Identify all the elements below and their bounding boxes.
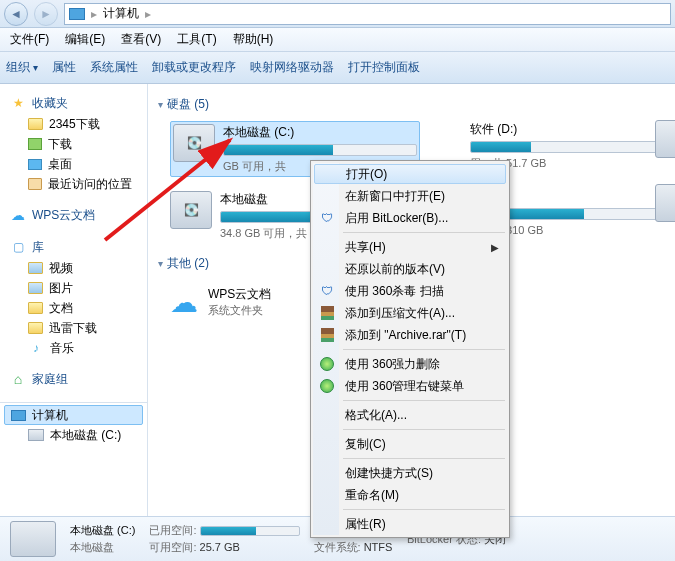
context-menu-item[interactable]: 在新窗口中打开(E) [313, 185, 507, 207]
sidebar: ★收藏夹 2345下载 下载 桌面 最近访问的位置 ☁WPS云文档 ▢库 视频 … [0, 84, 148, 516]
status-drive-icon [10, 521, 56, 557]
context-menu-item[interactable]: 添加到压缩文件(A)... [313, 302, 507, 324]
menu-item[interactable]: 工具(T) [173, 29, 220, 50]
context-menu-item[interactable]: 使用 360管理右键菜单 [313, 375, 507, 397]
sidebar-item-drive-c[interactable]: 本地磁盘 (C:) [0, 425, 147, 445]
toolbar-item[interactable]: 映射网络驱动器 [250, 59, 334, 76]
drive-partial-icon [655, 120, 675, 158]
sidebar-item-recent[interactable]: 最近访问的位置 [0, 174, 147, 194]
back-button[interactable]: ◄ [4, 2, 28, 26]
sidebar-item-desktop[interactable]: 桌面 [0, 154, 147, 174]
category-harddisks[interactable]: 硬盘 (5) [158, 96, 665, 113]
sidebar-item-pictures[interactable]: 图片 [0, 278, 147, 298]
context-menu-item[interactable]: 复制(C) [313, 433, 507, 455]
drive-icon: 💽 [170, 191, 212, 229]
forward-button[interactable]: ► [34, 2, 58, 26]
context-menu-item[interactable]: 创建快捷方式(S) [313, 462, 507, 484]
drive-label: 本地磁盘 (C:) [223, 124, 417, 141]
status-title: 本地磁盘 (C:) [70, 523, 135, 538]
computer-icon [69, 8, 85, 20]
menu-item[interactable]: 编辑(E) [61, 29, 109, 50]
sidebar-item-downloads[interactable]: 下载 [0, 134, 147, 154]
sidebar-item-music[interactable]: ♪音乐 [0, 338, 147, 358]
context-menu-item[interactable]: 🛡启用 BitLocker(B)... [313, 207, 507, 229]
context-menu-item[interactable]: 共享(H)▶ [313, 236, 507, 258]
drive-partial-icon [655, 184, 675, 222]
status-subtitle: 本地磁盘 [70, 540, 135, 555]
cloud-icon: ☁ [170, 286, 198, 319]
menubar: 文件(F)编辑(E)查看(V)工具(T)帮助(H) [0, 28, 675, 52]
toolbar-item[interactable]: 打开控制面板 [348, 59, 420, 76]
sidebar-computer[interactable]: 计算机 [4, 405, 143, 425]
sidebar-libraries[interactable]: ▢库 [0, 236, 147, 258]
sidebar-item-docs[interactable]: 文档 [0, 298, 147, 318]
sidebar-wps[interactable]: ☁WPS云文档 [0, 204, 147, 226]
toolbar-item[interactable]: 组织 [6, 59, 38, 76]
sidebar-item-2345[interactable]: 2345下载 [0, 114, 147, 134]
toolbar-item[interactable]: 卸载或更改程序 [152, 59, 236, 76]
sidebar-homegroup[interactable]: ⌂家庭组 [0, 368, 147, 390]
drive-label: 软件 (D:) [470, 121, 660, 138]
address-bar[interactable]: ▸ 计算机 ▸ [64, 3, 671, 25]
address-location: 计算机 [103, 5, 139, 22]
menu-item[interactable]: 文件(F) [6, 29, 53, 50]
context-menu-item[interactable]: 添加到 "Archive.rar"(T) [313, 324, 507, 346]
toolbar-item[interactable]: 属性 [52, 59, 76, 76]
context-menu-item[interactable]: 格式化(A)... [313, 404, 507, 426]
context-menu-item[interactable]: 使用 360强力删除 [313, 353, 507, 375]
menu-item[interactable]: 帮助(H) [229, 29, 278, 50]
sidebar-item-thunder[interactable]: 迅雷下载 [0, 318, 147, 338]
context-menu-item[interactable]: 还原以前的版本(V) [313, 258, 507, 280]
toolbar-item[interactable]: 系统属性 [90, 59, 138, 76]
context-menu-item[interactable]: 🛡使用 360杀毒 扫描 [313, 280, 507, 302]
drive-icon: 💽 [173, 124, 215, 162]
sidebar-favorites[interactable]: ★收藏夹 [0, 92, 147, 114]
context-menu-item[interactable]: 属性(R) [313, 513, 507, 535]
titlebar: ◄ ► ▸ 计算机 ▸ [0, 0, 675, 28]
toolbar: 组织属性系统属性卸载或更改程序映射网络驱动器打开控制面板 [0, 52, 675, 84]
context-menu: 打开(O)在新窗口中打开(E)🛡启用 BitLocker(B)...共享(H)▶… [310, 160, 510, 538]
menu-item[interactable]: 查看(V) [117, 29, 165, 50]
sidebar-item-video[interactable]: 视频 [0, 258, 147, 278]
context-menu-item[interactable]: 打开(O) [314, 164, 506, 184]
context-menu-item[interactable]: 重命名(M) [313, 484, 507, 506]
